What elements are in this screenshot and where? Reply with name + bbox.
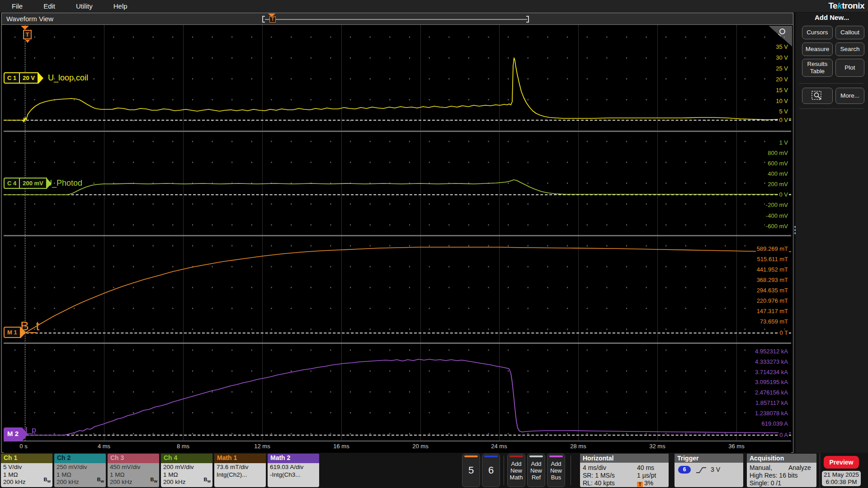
ch1-impedance: 1 MΩ	[3, 471, 50, 479]
horizontal-record-length: RL: 40 kpts	[583, 479, 615, 487]
ch4-badge-scale: 200 mV	[20, 178, 47, 189]
ch4-tick: 1 V	[778, 139, 789, 146]
time-tick: 24 ms	[491, 443, 507, 450]
time-text: 6:00:38 PM	[822, 479, 861, 486]
ch1-waveform-label[interactable]: U_loop,coil	[48, 73, 88, 83]
math2-card-title: Math 2	[268, 454, 319, 463]
math1-tick: 73.659 mT	[759, 318, 789, 325]
channel-6-button[interactable]: 6	[482, 454, 500, 487]
ch4-impedance: 1 MΩ	[163, 471, 210, 479]
overview-right-bracket[interactable]	[526, 16, 529, 23]
results-table-button[interactable]: Results Table	[802, 59, 833, 77]
trigger-marker-arrow-icon[interactable]	[21, 26, 29, 30]
ch6-label: 6	[488, 465, 494, 476]
acquisition-single-count: Single: 0 /1	[750, 479, 781, 487]
ch4-waveform	[4, 180, 791, 195]
ch3-scale: 450 mV/div	[110, 464, 157, 471]
ch3-card[interactable]: Ch 3 450 mV/div 1 MΩ 200 kHz BW	[108, 454, 159, 487]
acquisition-panel[interactable]: Acquisition Manual, Analyze High Res: 16…	[747, 454, 816, 487]
overview-trigger-t-icon[interactable]: T	[269, 16, 276, 23]
ch3-bandwidth: 200 kHz	[110, 479, 157, 486]
ch1-badge-scale: 20 V	[20, 72, 38, 84]
add-new-math-button[interactable]: Add New Math	[507, 454, 525, 487]
ch1-tick: 30 V	[775, 54, 789, 61]
overview-left-bracket[interactable]	[262, 16, 265, 23]
time-tick: 8 ms	[177, 443, 189, 450]
math-color-stripe	[509, 455, 523, 457]
ref-color-stripe	[529, 455, 543, 457]
measure-button[interactable]: Measure	[802, 42, 833, 56]
math2-card[interactable]: Math 2 619.03 A/div -Intg(Ch3...	[268, 454, 319, 487]
ch1-position-badge[interactable]: C 1 20 V	[4, 72, 43, 84]
bottombar-divider	[504, 455, 504, 485]
rising-edge-icon	[695, 466, 707, 474]
ch4-position-badge[interactable]: C 4 200 mV	[4, 178, 52, 189]
bw-limit-icon: BW	[43, 476, 51, 486]
acquisition-analyze: Analyze	[788, 464, 811, 471]
ch4-tick: 800 mV	[767, 150, 789, 156]
trigger-marker-t-icon[interactable]: T	[23, 30, 32, 39]
waveform-view-titlebar[interactable]: Waveform View T	[2, 13, 793, 25]
math2-position-badge[interactable]: M 2	[4, 427, 28, 441]
ch1-waveform	[4, 58, 791, 122]
ch5-color-stripe	[464, 455, 478, 457]
channel-5-button[interactable]: 5	[462, 454, 480, 487]
math1-tick: 0 T	[778, 329, 789, 336]
ch2-card[interactable]: Ch 2 250 mV/div 1 MΩ 200 kHz BW	[54, 454, 106, 487]
ch2-card-title: Ch 2	[54, 454, 106, 463]
ch4-card-title: Ch 4	[161, 454, 212, 463]
preview-button[interactable]: Preview	[824, 456, 859, 469]
math1-tick: 147.317 mT	[756, 308, 789, 314]
horizontal-trigger-position: T3%	[637, 479, 653, 487]
menu-utility[interactable]: Utility	[76, 2, 93, 10]
math1-badge-id: M 1	[4, 327, 21, 338]
ch2-scale: 250 mV/div	[57, 464, 104, 471]
ch4-tick: -200 mV	[765, 202, 789, 208]
horizontal-scale: 4 ms/div	[583, 464, 606, 471]
math1-card[interactable]: Math 1 73.6 mT/div Intg(Ch2)...	[214, 454, 266, 487]
cursors-button[interactable]: Cursors	[802, 26, 833, 39]
plot-button[interactable]: Plot	[835, 59, 864, 77]
horizontal-panel-title: Horizontal	[580, 454, 669, 463]
time-tick: 20 ms	[412, 443, 428, 450]
menu-help[interactable]: Help	[113, 2, 127, 10]
trigger-panel[interactable]: Trigger 6 3 V	[675, 454, 743, 487]
ch1-scale: 5 V/div	[3, 464, 50, 471]
zoom-select-icon	[811, 90, 824, 101]
horizontal-resolution: 1 µs/pt	[637, 472, 656, 479]
math1-waveform-label[interactable]: B_t	[20, 319, 39, 333]
ch4-badge-id: C 4	[4, 178, 20, 189]
bottombar-divider	[820, 453, 820, 488]
time-tick: 16 ms	[333, 443, 349, 450]
ch4-tick: 200 mV	[767, 181, 789, 188]
callout-button[interactable]: Callout	[835, 26, 864, 39]
more-button[interactable]: More...	[835, 88, 864, 104]
zoom-mode-button[interactable]	[802, 88, 833, 104]
ch1-tick: 25 V	[775, 65, 789, 72]
ch1-card[interactable]: Ch 1 5 V/div 1 MΩ 200 kHz BW	[1, 454, 52, 487]
ch4-card[interactable]: Ch 4 200 mV/div 1 MΩ 200 kHz BW	[161, 454, 212, 487]
bw-limit-icon: BW	[97, 476, 104, 486]
waveform-view-panel: Waveform View T	[1, 13, 793, 453]
add-new-bus-button[interactable]: Add New Bus	[547, 454, 565, 487]
menu-file[interactable]: File	[12, 2, 23, 10]
ch4-tick: 0 V	[778, 191, 789, 198]
math2-badge-id: M 2	[4, 427, 22, 441]
horizontal-sample-rate: SR: 1 MS/s	[583, 472, 615, 479]
ch4-tick: -400 mV	[765, 212, 789, 219]
ch1-tick: 5 V	[778, 108, 789, 115]
add-new-ref-button[interactable]: Add New Ref	[527, 454, 545, 487]
ch4-tick: 400 mV	[767, 170, 789, 177]
ch4-waveform-label[interactable]: U_Photod	[46, 178, 82, 188]
math1-waveform	[4, 247, 791, 333]
horizontal-panel[interactable]: Horizontal 4 ms/div 40 ms SR: 1 MS/s 1 µ…	[580, 454, 669, 487]
ch1-card-title: Ch 1	[1, 454, 52, 463]
graticule[interactable]: T C 1 20 V U_loop,coil C 4 200 mV U_Phot…	[4, 25, 791, 454]
math1-tick: 220.976 mT	[756, 297, 789, 304]
math2-waveform-label[interactable]: I_p	[25, 426, 36, 435]
time-tick: 0 s	[19, 443, 27, 450]
bw-limit-icon: BW	[203, 476, 211, 486]
search-button[interactable]: Search	[835, 42, 864, 56]
menu-edit[interactable]: Edit	[43, 2, 55, 10]
math2-tick: 0 A	[778, 432, 789, 438]
